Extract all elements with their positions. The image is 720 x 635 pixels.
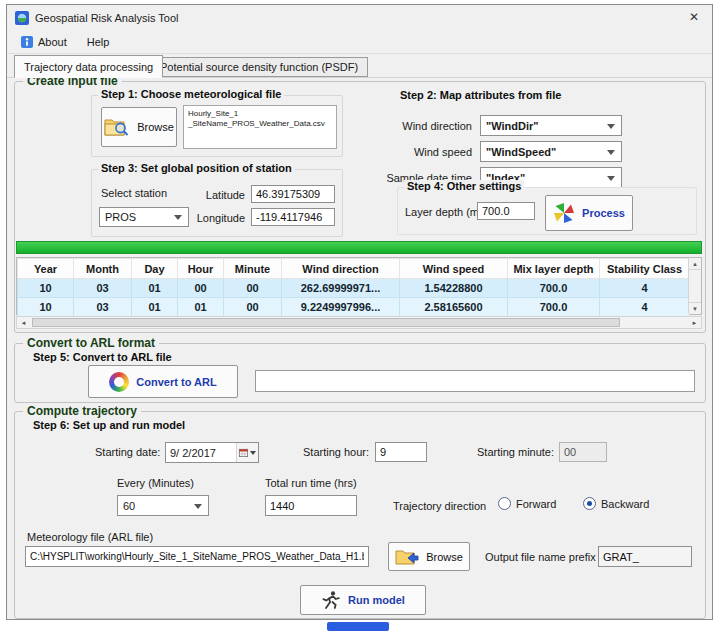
step5-title: Step 5: Convert to ARL file (30, 351, 175, 363)
latitude-label: Latitude (195, 189, 245, 201)
convert-to-arl-button[interactable]: Convert to ARL (88, 365, 238, 398)
select-station-label: Select station (101, 187, 167, 199)
starting-hour-label: Starting hour: (303, 446, 369, 458)
radio-circle-icon (498, 497, 511, 510)
tab-trajectory-data-processing[interactable]: Trajectory data processing (14, 55, 163, 78)
forward-label: Forward (516, 498, 556, 510)
wind-speed-select[interactable]: "WindSpeed" (480, 141, 622, 162)
starting-minute-label: Starting minute: (477, 446, 554, 458)
output-prefix-input[interactable] (598, 546, 692, 567)
step3-title: Step 3: Set global position of station (98, 162, 295, 174)
column-header[interactable]: Wind direction (282, 259, 400, 279)
column-header[interactable]: Month (74, 259, 132, 279)
table-cell: 01 (132, 298, 178, 317)
folder-search-icon (104, 116, 130, 138)
process-button[interactable]: Process (545, 195, 633, 231)
run-model-label: Run model (348, 594, 405, 606)
tab-psdf[interactable]: Potential source density function (PSDF) (150, 57, 368, 77)
horizontal-scrollbar[interactable]: ◄ ► (16, 316, 702, 329)
group-title: Convert to ARL format (23, 336, 159, 350)
station-value: PROS (105, 211, 136, 223)
table-cell: 01 (178, 298, 224, 317)
table-cell: 700.0 (508, 298, 600, 317)
taskbar-fragment (327, 622, 389, 631)
total-run-time-input[interactable] (265, 495, 357, 516)
starting-date-label: Starting date: (95, 446, 160, 458)
group-title: Compute trajectory (23, 404, 141, 418)
met-file-name-box[interactable]: Hourly_Site_1 _SiteName_PROS_Weather_Dat… (183, 105, 337, 149)
convert-ring-icon (109, 372, 129, 392)
longitude-input[interactable] (251, 208, 335, 226)
scroll-right-icon[interactable]: ► (688, 317, 701, 328)
process-label: Process (582, 207, 625, 219)
scroll-left-icon[interactable]: ◄ (17, 317, 30, 328)
table-cell: 10 (18, 279, 74, 298)
every-minutes-value: 60 (123, 500, 135, 512)
wind-direction-label: Wind direction (365, 120, 472, 132)
arl-browse-label: Browse (426, 551, 463, 563)
starting-date-picker[interactable]: 9/ 2/2017 (165, 442, 259, 463)
pinwheel-icon (553, 202, 575, 224)
close-button[interactable]: ✕ (678, 6, 710, 29)
scroll-up-icon[interactable]: ▲ (689, 258, 701, 270)
column-header[interactable]: Minute (224, 259, 282, 279)
column-header[interactable]: Year (18, 259, 74, 279)
choose-met-file-browse-button[interactable]: Browse (101, 107, 177, 147)
wind-direction-select[interactable]: "WindDir" (480, 115, 622, 136)
folder-open-icon (395, 548, 419, 566)
table-header-row: YearMonthDayHourMinuteWind directionWind… (18, 259, 690, 279)
table-cell: 03 (74, 279, 132, 298)
radio-backward[interactable]: Backward (583, 497, 649, 510)
menu-help[interactable]: Help (79, 33, 118, 51)
table-cell: 1.54228800 (400, 279, 508, 298)
calendar-icon (239, 448, 248, 457)
arl-browse-button[interactable]: Browse (388, 542, 470, 571)
step1-title: Step 1: Choose meteorological file (98, 88, 284, 100)
column-header[interactable]: Mix layer depth (508, 259, 600, 279)
table-cell: 2.58165600 (400, 298, 508, 317)
browse-label: Browse (137, 121, 174, 133)
menu-about[interactable]: About (13, 33, 75, 51)
total-run-time-label: Total run time (hrs) (265, 477, 357, 489)
app-window: Geospatial Risk Analysis Tool ✕ About He… (6, 4, 713, 620)
step2-title: Step 2: Map attributes from file (397, 89, 564, 101)
layer-depth-input[interactable] (477, 202, 535, 220)
wind-direction-value: "WindDir" (486, 120, 539, 132)
table-cell: 9.2249997996... (282, 298, 400, 317)
scrollbar-thumb[interactable] (32, 318, 620, 327)
latitude-input[interactable] (251, 185, 335, 203)
table-cell: 00 (224, 298, 282, 317)
convert-progress-bar (255, 370, 695, 392)
table-cell: 4 (600, 298, 690, 317)
trajectory-direction-label: Trajectory direction (393, 500, 486, 512)
station-select[interactable]: PROS (99, 207, 189, 227)
table-row[interactable]: 10030101009.2249997996...2.58165600700.0… (18, 298, 690, 317)
run-model-button[interactable]: Run model (300, 585, 426, 615)
column-header[interactable]: Day (132, 259, 178, 279)
radio-circle-icon (583, 497, 596, 510)
column-header[interactable]: Hour (178, 259, 224, 279)
radio-forward[interactable]: Forward (498, 497, 556, 510)
met-arl-file-label: Meteorology file (ARL file) (27, 531, 153, 543)
table-cell: 4 (600, 279, 690, 298)
column-header[interactable]: Stability Class (600, 259, 690, 279)
table-row[interactable]: 1003010000262.69999971...1.54228800700.0… (18, 279, 690, 298)
vertical-scrollbar[interactable]: ▲ ▼ (688, 258, 701, 314)
runner-icon (321, 590, 341, 610)
table-cell: 01 (132, 279, 178, 298)
every-minutes-select[interactable]: 60 (117, 495, 209, 516)
every-minutes-label: Every (Minutes) (117, 477, 194, 489)
table-cell: 03 (74, 298, 132, 317)
table-cell: 10 (18, 298, 74, 317)
scroll-down-icon[interactable]: ▼ (689, 302, 701, 314)
wind-speed-value: "WindSpeed" (486, 146, 556, 158)
menu-help-label: Help (87, 36, 110, 48)
starting-minute-input (559, 442, 607, 462)
layer-depth-label: Layer depth (m) (405, 206, 483, 218)
calendar-dropdown-icon[interactable] (236, 443, 258, 462)
window-title: Geospatial Risk Analysis Tool (35, 12, 178, 24)
column-header[interactable]: Wind speed (400, 259, 508, 279)
met-arl-file-input[interactable] (25, 546, 369, 567)
starting-hour-input[interactable] (375, 442, 427, 462)
table-cell: 00 (178, 279, 224, 298)
